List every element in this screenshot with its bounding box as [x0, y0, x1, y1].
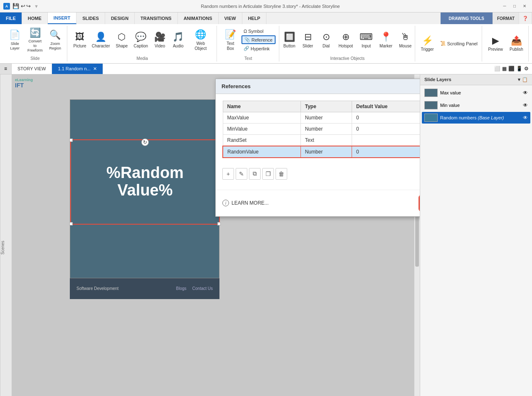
caption-button[interactable]: 💬 Caption [132, 30, 150, 50]
tab-active-slide[interactable]: 1.1 Random n... ✕ [52, 64, 103, 74]
tab-insert[interactable]: INSERT [48, 12, 76, 24]
copy-reference-button[interactable]: ⧉ [249, 168, 261, 180]
character-button[interactable]: 👤 Character [90, 30, 112, 50]
resize-handle-tl[interactable] [69, 139, 73, 142]
undo-icon[interactable]: ↩ [21, 3, 25, 9]
button-button[interactable]: 🔲 Button [281, 30, 298, 50]
hotspot-button[interactable]: ⊕ Hotspot [336, 30, 355, 50]
tab-format[interactable]: FORMAT [493, 12, 519, 24]
symbol-button[interactable]: Ω Symbol [241, 28, 276, 35]
ribbon-group-triggers: ⚡ Trigger 📜 Scrolling Panel [416, 26, 482, 62]
dialog-header: References ✕ [216, 79, 420, 94]
scenes-toggle[interactable]: ≡ [0, 64, 12, 74]
dialog-toolbar: + ✎ ⧉ ❐ 🗑 [222, 164, 420, 180]
input-button[interactable]: ⌨ Input [357, 30, 375, 50]
table-row[interactable]: MinValue Number 0 2 [223, 123, 420, 134]
video-button[interactable]: 🎥 Video [152, 30, 168, 50]
slide-layers-title: Slide Layers [424, 77, 451, 82]
resize-handle-bl[interactable] [69, 222, 73, 225]
table-row[interactable]: RandSet Text 0 [223, 134, 420, 146]
canvas-area[interactable]: eLearning IFT ↻ %Random Value% [12, 74, 420, 396]
rotate-handle[interactable]: ↻ [141, 139, 149, 146]
ribbon-group-text: 📝 Text Box Ω Symbol 📎 Reference 🔗 Hyperl… [218, 26, 279, 62]
maximize-button[interactable]: □ [510, 3, 519, 10]
audio-button[interactable]: 🎵 Audio [170, 30, 187, 50]
learn-more-link[interactable]: i LEARN MORE... [222, 200, 268, 206]
mouse-button[interactable]: 🖱 Mouse [397, 30, 414, 50]
tab-help[interactable]: HELP [242, 12, 266, 24]
layer-thumb-maxvalue [424, 89, 438, 97]
table-row[interactable]: MaxValue Number 0 2 [223, 112, 420, 123]
picture-button[interactable]: 🖼 Picture [71, 30, 89, 50]
layer-eye-minvalue[interactable]: 👁 [523, 102, 528, 108]
layer-item-baselayer[interactable]: Random numbers (Base Layer) 👁 [422, 112, 530, 124]
shape-button[interactable]: ⬡ Shape [113, 30, 130, 50]
minimize-button[interactable]: ─ [500, 3, 509, 10]
tab-animations[interactable]: ANIMATIONS [178, 12, 219, 24]
duplicate-reference-button[interactable]: ❐ [262, 168, 274, 180]
ribbon-items-text: 📝 Text Box Ω Symbol 📎 Reference 🔗 Hyperl… [221, 26, 276, 54]
bottom-links: Blogs Contact Us [176, 286, 213, 291]
layer-eye-maxvalue[interactable]: 👁 [523, 90, 528, 96]
scrolling-panel-button[interactable]: 📜 Scrolling Panel [438, 40, 480, 47]
slide-main-text: %Random Value% [106, 164, 184, 199]
panel-menu-icon[interactable]: 📋 [522, 77, 528, 82]
picture-icon: 🖼 [75, 32, 84, 42]
tab-view[interactable]: VIEW [219, 12, 242, 24]
tab-drawing-tools[interactable]: DRAWING TOOLS [441, 12, 493, 24]
ok-button[interactable]: OK [419, 196, 420, 210]
reference-button[interactable]: 📎 Reference [241, 35, 276, 44]
view-icon-3[interactable]: ⬛ [508, 66, 515, 72]
hyperlink-button[interactable]: 🔗 Hyperlink [241, 45, 276, 52]
view-icon-2[interactable]: ▦ [502, 66, 507, 72]
trigger-button[interactable]: ⚡ Trigger [418, 34, 436, 54]
info-icon: i [222, 200, 229, 206]
publish-button[interactable]: 📤 Publish [507, 34, 526, 54]
slide-canvas[interactable]: ↻ %Random Value% [70, 99, 219, 278]
redo-icon[interactable]: ↪ [26, 3, 31, 9]
publish-icon: 📤 [511, 35, 522, 46]
slider-button[interactable]: ⊟ Slider [300, 30, 316, 50]
close-button[interactable]: ✕ [520, 3, 529, 10]
edit-reference-button[interactable]: ✎ [236, 168, 247, 180]
tab-slides[interactable]: SLIDES [76, 12, 105, 24]
ribbon-items-triggers: ⚡ Trigger 📜 Scrolling Panel [418, 26, 480, 62]
slide-bottom-bar: Software Development Blogs Contact Us [70, 278, 219, 299]
add-reference-button[interactable]: + [222, 168, 234, 180]
web-object-button[interactable]: 🌐 Web Object [188, 27, 213, 52]
preview-button[interactable]: ▶ Preview [485, 34, 505, 54]
cell-default: 0 [352, 123, 420, 134]
zoom-region-button[interactable]: 🔍 ZoomRegion [47, 28, 64, 52]
tab-transitions[interactable]: TRANSITIONS [135, 12, 178, 24]
layer-item-minvalue[interactable]: Min value 👁 [422, 99, 530, 111]
layer-eye-baselayer[interactable]: 👁 [523, 115, 528, 121]
view-icon-4[interactable]: 📱 [516, 66, 522, 72]
dial-button[interactable]: ⊙ Dial [318, 30, 335, 50]
text-box-button[interactable]: 📝 Text Box [221, 27, 240, 52]
tab-home[interactable]: HOME [22, 12, 48, 24]
resize-handle-br[interactable] [217, 222, 221, 225]
references-dialog: References ✕ Name Type Default Value Use… [215, 79, 420, 217]
convert-icon: 🔄 [30, 27, 41, 38]
panel-collapse-icon[interactable]: ▾ [518, 77, 520, 82]
delete-reference-button[interactable]: 🗑 [276, 168, 287, 180]
shape-icon: ⬡ [118, 32, 126, 42]
tab-file[interactable]: FILE [0, 12, 22, 24]
layer-name-minvalue: Min value [440, 103, 520, 108]
convert-freeform-button[interactable]: 🔄 Convert toFreeform [25, 26, 45, 54]
cell-type: Number [300, 112, 352, 123]
reference-label: Reference [251, 37, 273, 42]
layer-item-maxvalue[interactable]: Max value 👁 [422, 87, 530, 99]
save-icon[interactable]: 💾 [12, 3, 19, 9]
table-row[interactable]: RandomValue Number 0 2 [223, 146, 420, 158]
slide-layer-button[interactable]: 📄 SlideLayer [7, 28, 23, 52]
scrolling-icon: 📜 [440, 41, 446, 46]
tab-story-view[interactable]: STORY VIEW [12, 64, 52, 74]
marker-button[interactable]: 📍 Marker [377, 30, 395, 50]
tab-design[interactable]: DESIGN [105, 12, 135, 24]
view-icon-5[interactable]: ⚙ [524, 66, 529, 72]
view-icon-1[interactable]: ⬜ [494, 66, 500, 72]
layer-name-baselayer: Random numbers (Base Layer) [440, 115, 520, 120]
help-icon[interactable]: ❓ [519, 12, 532, 24]
tab-close-icon[interactable]: ✕ [93, 66, 97, 72]
